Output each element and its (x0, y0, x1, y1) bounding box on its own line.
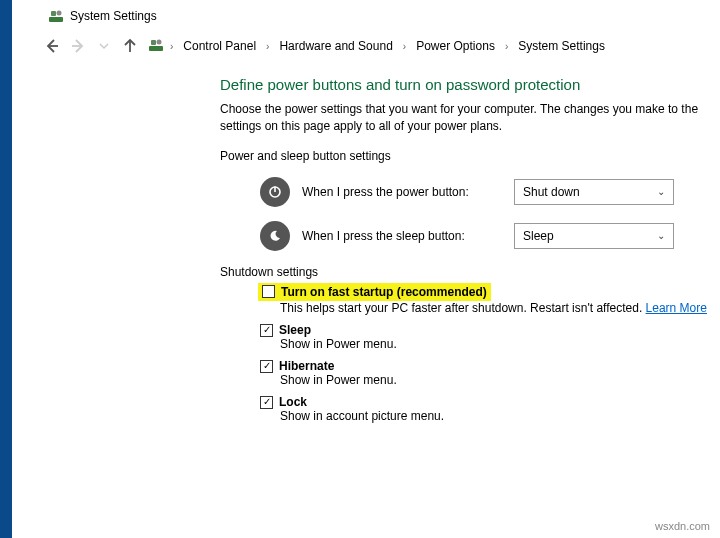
sleep-label: Sleep (279, 323, 311, 337)
section-power-sleep-header: Power and sleep button settings (220, 149, 710, 163)
left-accent-bar (0, 0, 12, 538)
svg-point-5 (157, 39, 162, 44)
forward-button[interactable] (66, 34, 90, 58)
learn-more-link[interactable]: Learn More (646, 301, 707, 315)
lock-desc: Show in account picture menu. (280, 409, 710, 423)
window-title-text: System Settings (70, 9, 157, 23)
main-content: Define power buttons and turn on passwor… (220, 68, 720, 423)
chevron-right-icon: › (168, 41, 175, 52)
hibernate-label: Hibernate (279, 359, 334, 373)
hibernate-row: ✓ Hibernate Show in Power menu. (260, 359, 710, 387)
window-title-bar: System Settings (0, 0, 720, 30)
power-button-value: Shut down (523, 185, 580, 199)
svg-rect-3 (149, 46, 163, 51)
shutdown-settings-list: Turn on fast startup (recommended) This … (260, 285, 710, 424)
svg-rect-4 (151, 40, 156, 45)
power-button-row: When I press the power button: Shut down… (260, 177, 710, 207)
breadcrumb-control-panel[interactable]: Control Panel (179, 37, 260, 55)
sleep-button-label: When I press the sleep button: (302, 229, 502, 243)
lock-label: Lock (279, 395, 307, 409)
nav-bar: › Control Panel › Hardware and Sound › P… (0, 30, 720, 68)
sleep-desc: Show in Power menu. (280, 337, 710, 351)
breadcrumb-power-options[interactable]: Power Options (412, 37, 499, 55)
sleep-button-value: Sleep (523, 229, 554, 243)
svg-point-2 (57, 11, 62, 16)
lock-row: ✓ Lock Show in account picture menu. (260, 395, 710, 423)
watermark: wsxdn.com (655, 520, 710, 532)
hibernate-desc: Show in Power menu. (280, 373, 710, 387)
fast-startup-label: Turn on fast startup (recommended) (281, 285, 487, 299)
breadcrumb-system-settings[interactable]: System Settings (514, 37, 609, 55)
page-description: Choose the power settings that you want … (220, 101, 710, 135)
svg-rect-1 (51, 11, 56, 16)
control-panel-icon (148, 37, 164, 56)
fast-startup-desc: This helps start your PC faster after sh… (280, 301, 710, 315)
fast-startup-checkbox[interactable] (262, 285, 275, 298)
power-icon (260, 177, 290, 207)
chevron-right-icon: › (401, 41, 408, 52)
chevron-down-icon: ⌄ (657, 186, 665, 197)
fast-startup-row: Turn on fast startup (recommended) This … (260, 285, 710, 316)
hibernate-checkbox[interactable]: ✓ (260, 360, 273, 373)
sleep-icon (260, 221, 290, 251)
back-button[interactable] (40, 34, 64, 58)
sleep-button-row: When I press the sleep button: Sleep ⌄ (260, 221, 710, 251)
chevron-right-icon: › (503, 41, 510, 52)
page-title: Define power buttons and turn on passwor… (220, 76, 710, 93)
power-button-select[interactable]: Shut down ⌄ (514, 179, 674, 205)
chevron-right-icon: › (264, 41, 271, 52)
system-settings-icon (48, 8, 64, 24)
section-shutdown-header: Shutdown settings (220, 265, 710, 279)
breadcrumb: › Control Panel › Hardware and Sound › P… (148, 37, 609, 56)
up-button[interactable] (118, 34, 142, 58)
sleep-row: ✓ Sleep Show in Power menu. (260, 323, 710, 351)
power-button-label: When I press the power button: (302, 185, 502, 199)
recent-dropdown[interactable] (92, 34, 116, 58)
lock-checkbox[interactable]: ✓ (260, 396, 273, 409)
sleep-checkbox[interactable]: ✓ (260, 324, 273, 337)
chevron-down-icon: ⌄ (657, 230, 665, 241)
svg-rect-0 (49, 17, 63, 22)
breadcrumb-hardware-sound[interactable]: Hardware and Sound (275, 37, 396, 55)
sleep-button-select[interactable]: Sleep ⌄ (514, 223, 674, 249)
